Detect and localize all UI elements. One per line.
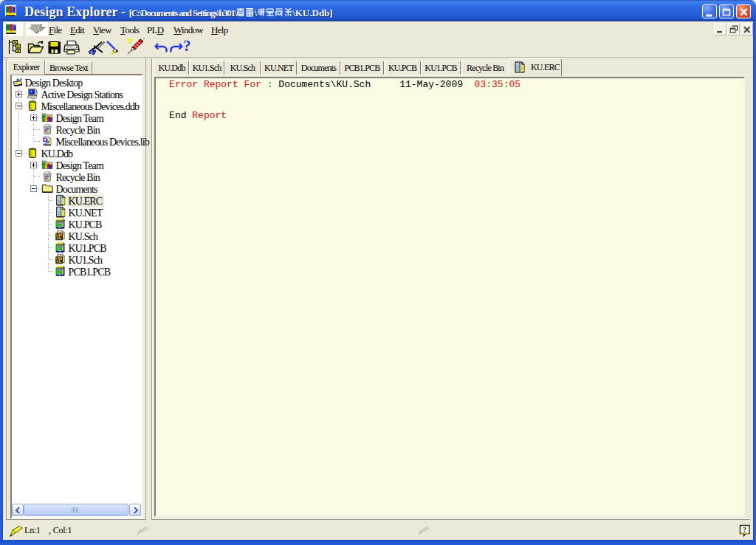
svg-text:?: ? [743, 526, 746, 534]
